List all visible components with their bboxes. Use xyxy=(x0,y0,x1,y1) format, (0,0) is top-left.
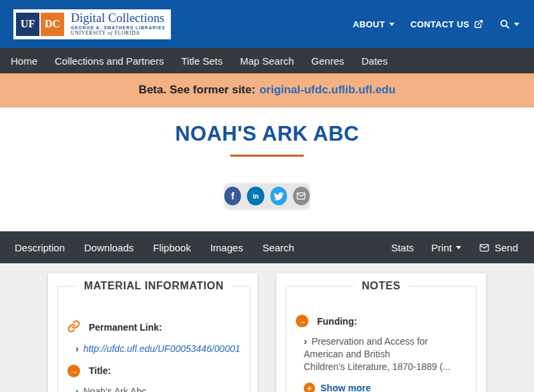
funding-label: Funding: xyxy=(317,316,357,327)
envelope-icon xyxy=(296,191,306,201)
libraries-label: GEORGE A. SMATHERS LIBRARIES xyxy=(71,26,166,31)
nav-item-dates[interactable]: Dates xyxy=(361,55,387,67)
dc-logo-square: DC xyxy=(41,13,64,36)
title-value-row: ›Noah's Ark Abc xyxy=(75,385,240,392)
stats-button[interactable]: Stats xyxy=(391,242,414,253)
funding-value-line2: Children's Literature, 1870-1889 (... xyxy=(304,361,467,373)
nav-item-genres[interactable]: Genres xyxy=(311,55,344,67)
search-menu[interactable] xyxy=(499,19,519,29)
notes-heading: NOTES xyxy=(354,280,409,292)
toolbar-left-group: Description Downloads Flipbook Images Se… xyxy=(15,242,294,253)
beta-banner: Beta. See former site: original-ufdc.ufl… xyxy=(0,73,534,107)
chevron-right-icon: › xyxy=(75,386,79,392)
tab-images[interactable]: Images xyxy=(210,242,243,253)
twitter-share-button[interactable] xyxy=(270,187,287,205)
permanent-link-label-row: Permanent Link: xyxy=(67,320,240,335)
facebook-icon: f xyxy=(231,191,234,201)
title-label-row: → Title: xyxy=(67,365,240,377)
linkedin-icon: in xyxy=(252,193,258,200)
chevron-right-icon: › xyxy=(304,336,307,347)
chevron-right-icon: › xyxy=(75,343,79,354)
nav-item-collections-and-partners[interactable]: Collections and Partners xyxy=(55,55,164,67)
funding-label-row: → Funding: xyxy=(296,315,467,327)
beta-message: Beta. See former site: xyxy=(139,83,256,97)
material-information-heading: MATERIAL INFORMATION xyxy=(76,280,232,292)
toolbar-right-group: Stats Print Send xyxy=(391,242,518,253)
permanent-link-label: Permanent Link: xyxy=(89,322,162,333)
cards-row: MATERIAL INFORMATION Permanent Link: ›ht… xyxy=(48,273,486,392)
page-title: NOAH'S ARK ABC xyxy=(0,107,534,146)
item-title-section: NOAH'S ARK ABC f in xyxy=(0,107,534,231)
material-information-card: MATERIAL INFORMATION Permanent Link: ›ht… xyxy=(48,273,258,392)
show-more-button[interactable]: + Show more xyxy=(304,383,467,392)
contact-us-link[interactable]: CONTACT US xyxy=(411,19,483,29)
uf-logo-letters: UF xyxy=(21,18,35,30)
permanent-link-value[interactable]: http://ufdc.ufl.edu/UF00053446/00001 xyxy=(83,343,240,354)
show-more-label: Show more xyxy=(320,383,370,392)
email-share-button[interactable] xyxy=(293,187,310,205)
twitter-icon xyxy=(274,191,284,201)
header-menu: ABOUT CONTACT US xyxy=(353,19,519,29)
external-link-icon xyxy=(474,19,483,29)
plus-circle-icon: + xyxy=(304,383,315,392)
social-share-bar: f in xyxy=(224,183,310,209)
print-menu[interactable]: Print xyxy=(431,242,461,253)
site-title: Digital Collections xyxy=(71,12,166,25)
logo-text-block: Digital Collections GEORGE A. SMATHERS L… xyxy=(71,12,166,37)
material-information-fieldset: MATERIAL INFORMATION Permanent Link: ›ht… xyxy=(57,280,250,392)
funding-value-row: ›Preservation and Access for American an… xyxy=(304,335,467,373)
arrow-right-circle-icon: → xyxy=(67,365,80,377)
former-site-link[interactable]: original-ufdc.uflib.ufl.edu xyxy=(259,83,395,97)
permanent-link-value-row: ›http://ufdc.ufl.edu/UF00053446/00001 xyxy=(75,343,240,355)
university-label: UNIVERSITY of FLORIDA xyxy=(71,31,166,36)
chevron-down-icon xyxy=(456,246,461,249)
title-label: Title: xyxy=(89,365,111,376)
ufdc-logo[interactable]: UF DC Digital Collections GEORGE A. SMAT… xyxy=(13,9,171,39)
nav-item-home[interactable]: Home xyxy=(11,55,37,67)
title-divider xyxy=(230,155,304,157)
linkedin-share-button[interactable]: in xyxy=(247,187,264,205)
title-value: Noah's Ark Abc xyxy=(83,386,147,392)
notes-fieldset: NOTES → Funding: ›Preservation and Acces… xyxy=(286,280,477,392)
main-nav: Home Collections and Partners Title Sets… xyxy=(0,48,534,73)
uf-logo-square: UF xyxy=(16,13,39,36)
chevron-down-icon xyxy=(389,23,394,26)
item-description-area: MATERIAL INFORMATION Permanent Link: ›ht… xyxy=(0,263,534,392)
about-menu[interactable]: ABOUT xyxy=(353,19,394,29)
search-icon xyxy=(499,19,510,29)
arrow-right-circle-icon: → xyxy=(296,315,308,327)
send-button[interactable]: Send xyxy=(479,242,518,253)
tab-downloads[interactable]: Downloads xyxy=(84,242,134,253)
tab-description[interactable]: Description xyxy=(15,242,65,253)
chevron-down-icon xyxy=(514,23,519,26)
tab-flipbook[interactable]: Flipbook xyxy=(153,242,191,253)
dc-logo-letters: DC xyxy=(45,18,60,30)
envelope-icon xyxy=(479,243,490,253)
nav-item-map-search[interactable]: Map Search xyxy=(240,55,294,67)
nav-item-title-sets[interactable]: Title Sets xyxy=(181,55,222,67)
link-icon xyxy=(67,320,80,335)
funding-value-line1: Preservation and Access for American and… xyxy=(304,336,428,359)
item-toolbar: Description Downloads Flipbook Images Se… xyxy=(0,231,534,263)
site-header: UF DC Digital Collections GEORGE A. SMAT… xyxy=(0,0,534,48)
facebook-share-button[interactable]: f xyxy=(224,187,241,205)
notes-card: NOTES → Funding: ›Preservation and Acces… xyxy=(276,273,486,392)
tab-search[interactable]: Search xyxy=(262,242,294,253)
